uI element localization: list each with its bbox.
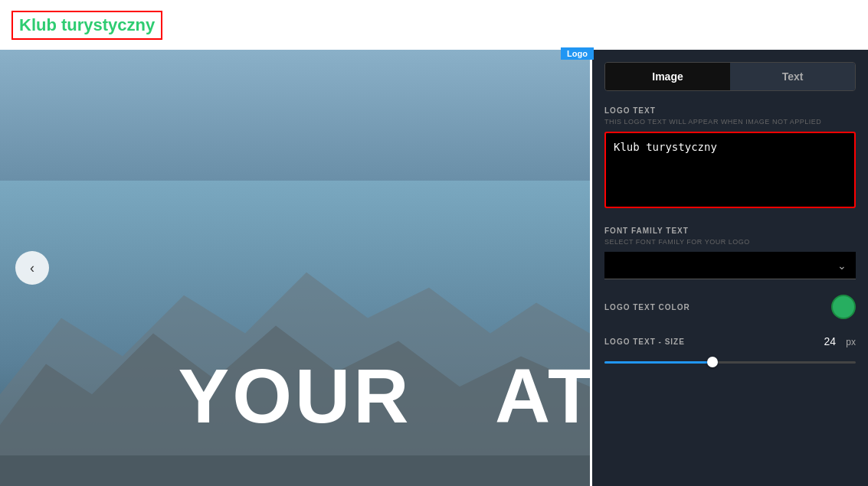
prev-slide-button[interactable]: ‹ <box>15 251 49 285</box>
tab-text[interactable]: Text <box>730 63 855 90</box>
font-select-wrapper: Arial Georgia Times New Roman Verdana ⌄ <box>604 252 856 279</box>
logo-text-color-label: LOGO TEXT COLOR <box>604 303 690 311</box>
hero-canvas: YOUR AT ‹ <box>0 50 590 486</box>
mountain-background <box>0 181 590 486</box>
logo-text-size-unit: px <box>846 337 856 347</box>
font-family-select[interactable]: Arial Georgia Times New Roman Verdana <box>604 252 856 279</box>
logo-text-preview: Klub turystyczny <box>11 11 162 40</box>
logo-text-input[interactable]: Klub turystyczny <box>604 132 856 208</box>
font-family-label: FONT FAMILY TEXT <box>604 227 856 235</box>
settings-panel: Image Text LOGO TEXT THIS LOGO TEXT WILL… <box>592 50 868 486</box>
logo-text-size-label: LOGO TEXT - SIZE <box>604 338 685 346</box>
logo-text-sublabel: THIS LOGO TEXT WILL APPEAR WHEN IMAGE NO… <box>604 118 856 126</box>
slider-track <box>604 361 856 364</box>
hero-text-your: YOUR <box>179 353 412 439</box>
hero-main-text: YOUR <box>179 352 412 440</box>
hero-text-right: AT <box>495 352 590 440</box>
font-family-sublabel: SELECT FONT FAMILY FOR YOUR LOGO <box>604 238 856 246</box>
chevron-left-icon: ‹ <box>30 260 34 276</box>
tab-image[interactable]: Image <box>605 63 730 90</box>
logo-text-color-swatch[interactable] <box>831 295 856 319</box>
logo-badge: Logo <box>561 47 594 60</box>
logo-text-size-value: 24 <box>824 335 836 347</box>
logo-text-color-row: LOGO TEXT COLOR <box>604 295 856 319</box>
slider-fill <box>604 361 718 364</box>
slider-thumb[interactable] <box>707 357 718 367</box>
svg-rect-3 <box>0 455 590 486</box>
logo-text-size-slider-wrapper <box>604 356 856 368</box>
logo-text-size-row: LOGO TEXT - SIZE 24 px <box>604 334 856 348</box>
font-family-section: FONT FAMILY TEXT SELECT FONT FAMILY FOR … <box>604 227 856 279</box>
logo-text-label: LOGO TEXT <box>604 106 856 115</box>
logo-text-section: LOGO TEXT THIS LOGO TEXT WILL APPEAR WHE… <box>604 106 856 227</box>
header: Klub turystyczny <box>0 0 590 50</box>
tab-bar: Image Text <box>604 62 856 91</box>
